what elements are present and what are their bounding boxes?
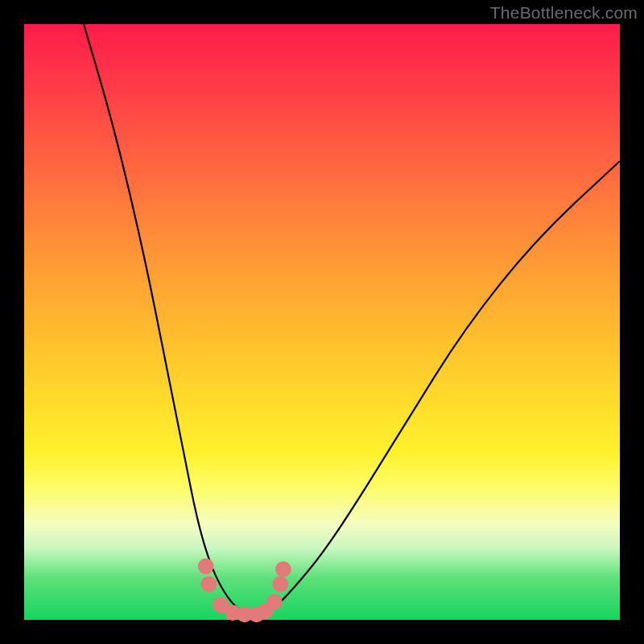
raw-point [266, 594, 283, 610]
raw-point [272, 576, 288, 592]
raw-points-group [198, 559, 291, 623]
raw-point [201, 576, 217, 592]
chart-frame: TheBottleneck.com [0, 0, 644, 644]
chart-svg [24, 24, 620, 620]
plot-area [24, 24, 620, 620]
raw-point [275, 561, 291, 577]
raw-point [198, 559, 214, 575]
watermark-text: TheBottleneck.com [490, 3, 638, 23]
bottleneck-curve [84, 24, 620, 615]
